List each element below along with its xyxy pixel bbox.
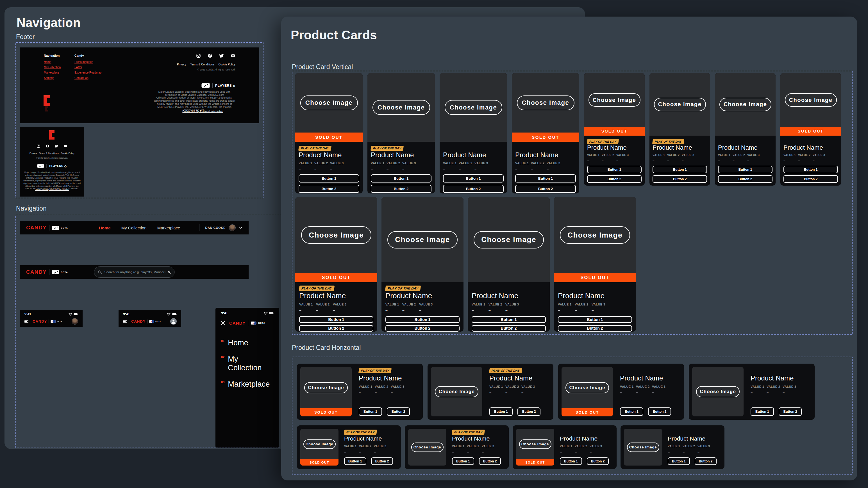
choose-image-button[interactable]: Choose Image	[719, 98, 771, 111]
menu-item-marketplace[interactable]: 03 Marketplace	[221, 380, 274, 389]
facebook-icon[interactable]	[46, 144, 50, 148]
button-1[interactable]: Button 1	[515, 174, 576, 183]
button-1[interactable]: Button 1	[385, 316, 460, 323]
button-1[interactable]: Button 1	[299, 174, 359, 183]
nav-link-marketplace[interactable]: Marketplace	[157, 225, 180, 230]
instagram-icon[interactable]	[196, 53, 201, 58]
twitter-icon[interactable]	[55, 144, 58, 148]
footer-link-marketplace[interactable]: Marketplace	[44, 71, 61, 76]
choose-image-button[interactable]: Choose Image	[560, 226, 630, 244]
privacy-link[interactable]: Privacy	[30, 152, 37, 155]
button-1[interactable]: Button 1	[452, 457, 474, 465]
button-2[interactable]: Button 2	[515, 185, 576, 193]
button-2[interactable]: Button 2	[558, 325, 632, 332]
choose-image-button[interactable]: Choose Image	[654, 98, 706, 111]
choose-image-button[interactable]: Choose Image	[304, 382, 348, 393]
button-2[interactable]: Button 2	[718, 175, 773, 183]
terms-link[interactable]: Terms & Conditions	[190, 63, 215, 66]
choose-image-button[interactable]: Choose Image	[303, 440, 336, 449]
button-1[interactable]: Button 1	[371, 174, 431, 183]
clear-search-icon[interactable]	[168, 271, 171, 274]
choose-image-button[interactable]: Choose Image	[517, 95, 575, 110]
user-menu[interactable]: DAN COOKE	[199, 224, 242, 231]
footer-link-faqs[interactable]: FAQ's	[74, 66, 101, 71]
twitter-icon[interactable]	[219, 53, 224, 58]
button-2[interactable]: Button 2	[371, 185, 431, 193]
choose-image-button[interactable]: Choose Image	[435, 386, 478, 397]
search-bar[interactable]	[94, 266, 175, 278]
menu-item-home[interactable]: 01 Home	[221, 338, 274, 347]
choose-image-button[interactable]: Choose Image	[696, 386, 740, 397]
choose-image-button[interactable]: Choose Image	[301, 226, 371, 244]
button-2[interactable]: Button 2	[648, 408, 671, 416]
choose-image-button[interactable]: Choose Image	[411, 443, 443, 452]
button-1[interactable]: Button 1	[359, 408, 382, 416]
hamburger-menu-icon[interactable]	[123, 320, 127, 323]
button-2[interactable]: Button 2	[472, 325, 546, 332]
nav-link-home[interactable]: Home	[99, 225, 111, 230]
search-input[interactable]	[104, 270, 165, 274]
profile-icon[interactable]	[170, 318, 177, 325]
footer-link-home[interactable]: Home	[44, 60, 61, 66]
hamburger-menu-icon[interactable]	[25, 320, 29, 323]
button-2[interactable]: Button 2	[387, 408, 410, 416]
button-1[interactable]: Button 1	[620, 408, 643, 416]
do-not-sell-link[interactable]: Do Not Sell My Personal Information	[182, 110, 223, 112]
choose-image-button[interactable]: Choose Image	[300, 95, 358, 110]
button-1[interactable]: Button 1	[560, 457, 582, 465]
button-2[interactable]: Button 2	[783, 175, 838, 183]
choose-image-button[interactable]: Choose Image	[785, 93, 837, 107]
button-1[interactable]: Button 1	[718, 166, 773, 173]
button-2[interactable]: Button 2	[385, 325, 460, 332]
button-2[interactable]: Button 2	[779, 408, 802, 416]
button-1[interactable]: Button 1	[443, 174, 504, 183]
button-2[interactable]: Button 2	[518, 408, 541, 416]
discord-icon[interactable]	[230, 53, 236, 58]
menu-item-my-collection[interactable]: 02 My Collection	[221, 355, 274, 372]
choose-image-button[interactable]: Choose Image	[388, 231, 458, 249]
button-2[interactable]: Button 2	[653, 175, 707, 183]
cookie-policy-link[interactable]: Cookie Policy	[218, 63, 236, 66]
choose-image-button[interactable]: Choose Image	[474, 231, 544, 249]
privacy-link[interactable]: Privacy	[177, 63, 186, 66]
do-not-sell-link[interactable]: Do Not Sell My Personal Information	[20, 188, 84, 191]
button-1[interactable]: Button 1	[489, 408, 513, 416]
choose-image-button[interactable]: Choose Image	[589, 93, 641, 107]
button-1[interactable]: Button 1	[668, 457, 690, 465]
instagram-icon[interactable]	[37, 144, 40, 148]
button-2[interactable]: Button 2	[443, 185, 504, 193]
button-1[interactable]: Button 1	[299, 316, 373, 323]
choose-image-button[interactable]: Choose Image	[627, 443, 659, 452]
cookie-policy-link[interactable]: Cookie Policy	[61, 152, 74, 155]
facebook-icon[interactable]	[208, 53, 212, 58]
button-2[interactable]: Button 2	[299, 185, 359, 193]
button-1[interactable]: Button 1	[751, 408, 774, 416]
footer-link-experience-roadmap[interactable]: Experience Roadmap	[74, 71, 101, 76]
choose-image-button[interactable]: Choose Image	[372, 100, 430, 115]
choose-image-button[interactable]: Choose Image	[519, 440, 551, 449]
terms-link[interactable]: Terms & Conditions	[39, 152, 58, 155]
footer-link-press-inquiries[interactable]: Press Inquiries	[74, 60, 101, 66]
button-1[interactable]: Button 1	[558, 316, 632, 323]
button-1[interactable]: Button 1	[587, 166, 642, 173]
button-1[interactable]: Button 1	[653, 166, 707, 173]
button-2[interactable]: Button 2	[299, 325, 373, 332]
navbar-logo-group[interactable]: CANDY BETA	[26, 225, 68, 231]
button-1[interactable]: Button 1	[472, 316, 546, 323]
footer-link-settings[interactable]: Settings	[44, 76, 61, 82]
choose-image-button[interactable]: Choose Image	[565, 382, 609, 393]
nav-link-my-collection[interactable]: My Collection	[121, 225, 147, 230]
button-2[interactable]: Button 2	[587, 175, 642, 183]
button-1[interactable]: Button 1	[783, 166, 838, 173]
avatar[interactable]	[72, 318, 78, 325]
choose-image-button[interactable]: Choose Image	[445, 100, 502, 115]
button-2[interactable]: Button 2	[695, 457, 717, 465]
navbar-logo-group[interactable]: CANDY BETA	[26, 269, 68, 275]
button-2[interactable]: Button 2	[371, 457, 393, 465]
close-icon[interactable]	[221, 321, 225, 325]
discord-icon[interactable]	[64, 144, 67, 148]
button-1[interactable]: Button 1	[344, 457, 366, 465]
footer-link-my-collection[interactable]: My Collection	[44, 66, 61, 71]
button-2[interactable]: Button 2	[479, 457, 501, 465]
footer-link-contact-us[interactable]: Contact Us	[74, 76, 101, 82]
